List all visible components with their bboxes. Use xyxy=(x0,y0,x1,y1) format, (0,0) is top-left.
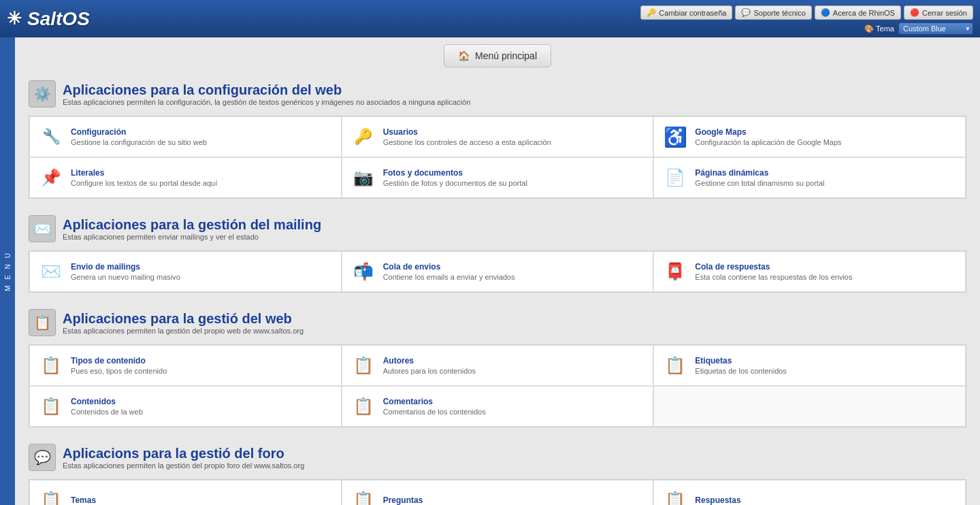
section-subtitle-web-config: Estas aplicaciones permiten la configura… xyxy=(63,98,470,106)
about-button[interactable]: 🔵 Acerca de RhinOS xyxy=(815,5,901,20)
app-cell-fotos[interactable]: 📷 Fotos y documentos Gestión de fotos y … xyxy=(342,157,654,198)
main-content: 🏠 Menú principal ⚙️ Aplicaciones para la… xyxy=(15,37,980,505)
app-name-tipos-contenido: Tipos de contenido xyxy=(71,356,167,365)
app-name-literales: Literales xyxy=(71,168,217,178)
app-desc-google-maps: Configuración la aplicación de Google Ma… xyxy=(695,138,841,146)
section-header-foro: 💬 Aplicacions para la gestió del foro Es… xyxy=(29,441,966,474)
section-subtitle-foro: Estas aplicaciones permiten la gestión d… xyxy=(63,461,304,470)
section-title-wrap-web-config: Aplicaciones para la configuración del w… xyxy=(63,82,470,106)
app-icon-etiquetas: 📋 xyxy=(662,353,688,378)
app-name-envio-mailings: Envio de mailings xyxy=(71,262,180,272)
section-header-mailing: ✉️ Aplicaciones para la gestión del mail… xyxy=(29,212,966,245)
header-buttons: 🔑 Cambiar contraseña 💬 Soporte técnico 🔵… xyxy=(640,5,973,20)
tech-support-button[interactable]: 💬 Soporte técnico xyxy=(735,5,811,20)
section-header-web-config: ⚙️ Aplicaciones para la configuración de… xyxy=(29,78,966,110)
app-cell-etiquetas[interactable]: 📋 Etiquetas Etiquetas de los contenidos xyxy=(653,345,966,386)
app-name-temas: Temas xyxy=(71,495,96,505)
app-info-temas: Temas xyxy=(71,495,96,505)
app-desc-paginas: Gestione con total dinamismo su portal xyxy=(695,179,824,187)
section-title-wrap-web-gestio: Aplicaciones para la gestió del web Esta… xyxy=(63,311,304,335)
section-subtitle-mailing: Estas aplicaciones permiten enviar maili… xyxy=(63,233,321,241)
logout-icon: 🔴 xyxy=(910,8,919,17)
menu-principal-button[interactable]: 🏠 Menú principal xyxy=(444,44,551,67)
app-desc-comentarios: Comentarios de los contenidos xyxy=(383,408,486,416)
app-grid-foro: 📋 Temas 📋 Preguntas 📋 Respuestas xyxy=(29,479,966,505)
app-desc-tipos-contenido: Pues eso, tipos de contenido xyxy=(71,367,167,375)
app-name-fotos: Fotos y documentos xyxy=(383,168,527,178)
app-name-google-maps: Google Maps xyxy=(695,127,841,137)
app-info-contenidos: Contenidos Contenidos de la web xyxy=(71,397,143,417)
app-name-preguntas: Preguntas xyxy=(383,495,423,505)
app-cell-usuarios[interactable]: 🔑 Usuarios Gestione los controles de acc… xyxy=(342,116,654,157)
sidebar: M E N U xyxy=(0,37,15,505)
app-cell-tipos-contenido[interactable]: 📋 Tipos de contenido Pues eso, tipos de … xyxy=(29,345,342,386)
app-info-etiquetas: Etiquetas Etiquetas de los contenidos xyxy=(695,356,787,376)
logo-text: SaltOS xyxy=(27,8,90,30)
app-info-respuestas-foro: Respuestas xyxy=(695,495,740,505)
sidebar-label: M E N U xyxy=(4,251,12,291)
app-cell-autores[interactable]: 📋 Autores Autores para los contenidos xyxy=(342,345,654,386)
app-desc-usuarios: Gestione los controles de acceso a esta … xyxy=(383,138,551,146)
section-title-wrap-mailing: Aplicaciones para la gestión del mailing… xyxy=(63,217,321,241)
app-desc-configuracion: Gestione la configuración de su sitio we… xyxy=(71,138,207,146)
app-name-cola-envios: Cola de envios xyxy=(383,262,515,272)
change-password-button[interactable]: 🔑 Cambiar contraseña xyxy=(640,5,732,20)
header-actions: 🔑 Cambiar contraseña 💬 Soporte técnico 🔵… xyxy=(640,5,973,35)
app-icon-contenidos: 📋 xyxy=(38,393,64,419)
app-cell-configuracion[interactable]: 🔧 Configuración Gestione la configuració… xyxy=(29,116,342,157)
app-desc-literales: Configure los textos de su portal desde … xyxy=(71,179,217,187)
logout-button[interactable]: 🔴 Cerrar sesión xyxy=(904,5,973,20)
app-info-google-maps: Google Maps Configuración la aplicación … xyxy=(695,127,841,147)
app-icon-usuarios: 🔑 xyxy=(350,124,376,150)
app-cell-cola-envios[interactable]: 📬 Cola de envios Contiene los emails a e… xyxy=(342,251,654,292)
app-desc-fotos: Gestión de fotos y documentos de su port… xyxy=(383,179,527,187)
app-icon-respuestas-foro: 📋 xyxy=(662,487,688,505)
section-title-wrap-foro: Aplicacions para la gestió del foro Esta… xyxy=(63,446,304,470)
app-cell-literales[interactable]: 📌 Literales Configure los textos de su p… xyxy=(29,157,342,198)
app-grid-web-gestio: 📋 Tipos de contenido Pues eso, tipos de … xyxy=(29,344,966,427)
app-cell-temas[interactable]: 📋 Temas xyxy=(29,480,342,505)
tech-support-label: Soporte técnico xyxy=(753,9,805,17)
app-icon-cola-respuestas: 📮 xyxy=(662,259,688,284)
section-title-web-gestio: Aplicaciones para la gestió del web xyxy=(63,311,304,327)
theme-select[interactable]: Custom Blue Default Dark xyxy=(898,22,973,35)
app-info-tipos-contenido: Tipos de contenido Pues eso, tipos de co… xyxy=(71,356,167,376)
app-icon-envio-mailings: ✉️ xyxy=(38,259,64,284)
app-cell-paginas[interactable]: 📄 Páginas dinámicas Gestione con total d… xyxy=(653,157,966,198)
app-name-paginas: Páginas dinámicas xyxy=(695,168,824,178)
menu-principal-label: Menú principal xyxy=(475,50,537,61)
app-cell-comentarios[interactable]: 📋 Comentarios Comentarios de los conteni… xyxy=(342,386,654,427)
app-icon-fotos: 📷 xyxy=(350,165,376,191)
app-cell-envio-mailings[interactable]: ✉️ Envio de mailings Genera un nuevo mai… xyxy=(29,251,342,292)
app-icon-paginas: 📄 xyxy=(662,165,688,191)
section-header-web-gestio: 📋 Aplicaciones para la gestió del web Es… xyxy=(29,306,966,339)
app-icon-cola-envios: 📬 xyxy=(350,259,376,284)
app-info-literales: Literales Configure los textos de su por… xyxy=(71,168,217,188)
app-name-usuarios: Usuarios xyxy=(383,127,551,137)
app-cell-cola-respuestas[interactable]: 📮 Cola de respuestas Esta cola contiene … xyxy=(653,251,966,292)
app-grid-mailing: ✉️ Envio de mailings Genera un nuevo mai… xyxy=(29,250,966,293)
app-name-configuracion: Configuración xyxy=(71,127,207,137)
app-info-paginas: Páginas dinámicas Gestione con total din… xyxy=(695,168,824,188)
app-cell-contenidos[interactable]: 📋 Contenidos Contenidos de la web xyxy=(29,386,342,427)
app-desc-cola-respuestas: Esta cola contiene las respuestas de los… xyxy=(695,273,852,281)
app-name-respuestas-foro: Respuestas xyxy=(695,495,740,505)
app-cell-preguntas[interactable]: 📋 Preguntas xyxy=(342,480,654,505)
change-password-label: Cambiar contraseña xyxy=(659,9,726,17)
app-name-autores: Autores xyxy=(383,356,476,365)
app-info-preguntas: Preguntas xyxy=(383,495,423,505)
app-cell-google-maps[interactable]: ♿ Google Maps Configuración la aplicació… xyxy=(653,116,966,157)
app-grid-web-config: 🔧 Configuración Gestione la configuració… xyxy=(29,116,966,199)
app-icon-literales: 📌 xyxy=(38,165,64,191)
section-subtitle-web-gestio: Estas aplicaciones permiten la gestión d… xyxy=(63,327,304,335)
about-icon: 🔵 xyxy=(821,8,830,17)
app-desc-envio-mailings: Genera un nuevo mailing masivo xyxy=(71,273,180,281)
theme-select-wrap: Custom Blue Default Dark xyxy=(898,22,973,35)
app-cell-respuestas-foro[interactable]: 📋 Respuestas xyxy=(653,480,966,505)
about-label: Acerca de RhinOS xyxy=(833,9,895,17)
section-mailing: ✉️ Aplicaciones para la gestión del mail… xyxy=(29,212,966,293)
menu-principal-wrap: 🏠 Menú principal xyxy=(29,44,966,67)
app-info-fotos: Fotos y documentos Gestión de fotos y do… xyxy=(383,168,527,188)
app-icon-tipos-contenido: 📋 xyxy=(38,353,64,378)
app-name-comentarios: Comentarios xyxy=(383,397,486,406)
